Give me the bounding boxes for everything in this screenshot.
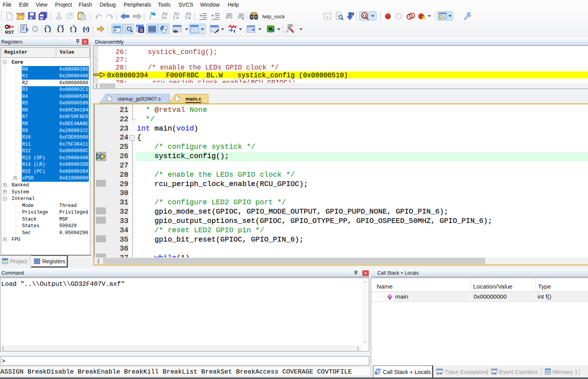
svg-text:{: { xyxy=(82,26,86,33)
svg-text:S: S xyxy=(140,27,143,33)
svg-text:t: t xyxy=(233,28,235,33)
svg-text:{: { xyxy=(57,26,60,33)
svg-text:Q: Q xyxy=(363,13,367,19)
svg-text:{: { xyxy=(44,26,47,33)
svg-text:}: } xyxy=(74,26,77,33)
svg-text:}: } xyxy=(61,26,64,33)
svg-text:RST: RST xyxy=(5,30,14,34)
